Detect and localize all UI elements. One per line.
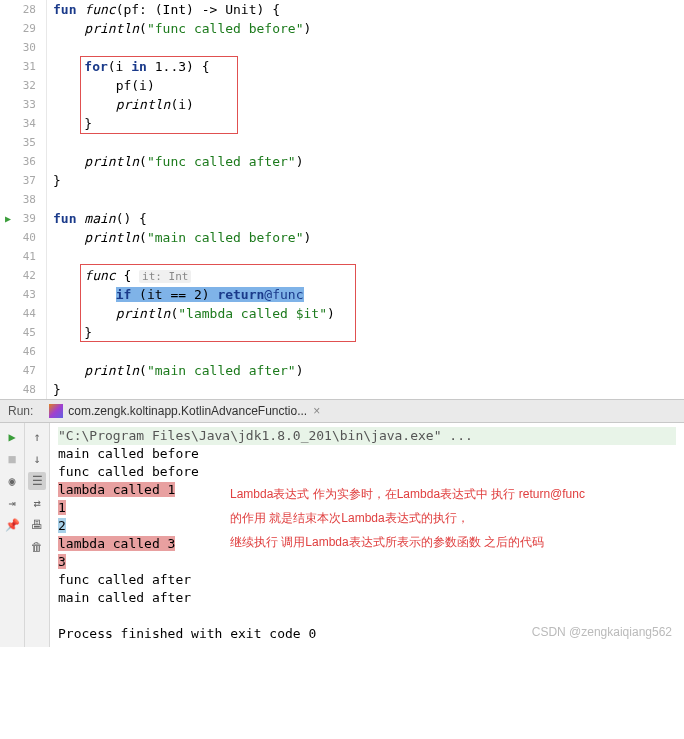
- stop-icon[interactable]: ■: [3, 450, 21, 468]
- run-label: Run:: [0, 404, 41, 418]
- code-content[interactable]: fun func(pf: (Int) -> Unit) { println("f…: [47, 0, 684, 399]
- output-line: func called after: [58, 571, 676, 589]
- print-icon[interactable]: 🖶: [28, 516, 46, 534]
- run-config-tab[interactable]: com.zengk.koltinapp.KotlinAdvanceFunctio…: [41, 399, 328, 423]
- trash-icon[interactable]: 🗑: [28, 538, 46, 556]
- down-icon[interactable]: ↓: [28, 450, 46, 468]
- code-editor[interactable]: 28 29 30 31 32 33 34 35 36 37 38 ▶39 40 …: [0, 0, 684, 399]
- scroll-icon[interactable]: ⇄: [28, 494, 46, 512]
- output-line-highlight: 2: [58, 518, 66, 533]
- watermark: CSDN @zengkaiqiang562: [532, 623, 672, 641]
- pin-icon[interactable]: 📌: [3, 516, 21, 534]
- annotation-text: 的作用 就是结束本次Lambda表达式的执行，: [230, 509, 469, 527]
- wrap-icon[interactable]: ☰: [28, 472, 46, 490]
- console-panel: ▶ ■ ◉ ⇥ 📌 ↑ ↓ ☰ ⇄ 🖶 🗑 "C:\Program Files\…: [0, 423, 684, 647]
- output-line: main called before: [58, 445, 676, 463]
- line-gutter: 28 29 30 31 32 33 34 35 36 37 38 ▶39 40 …: [0, 0, 47, 399]
- kotlin-icon: [49, 404, 63, 418]
- run-toolbar: Run: com.zengk.koltinapp.KotlinAdvanceFu…: [0, 399, 684, 423]
- output-line: func called before: [58, 463, 676, 481]
- rerun-icon[interactable]: ▶: [3, 428, 21, 446]
- output-line-highlight: 1: [58, 500, 66, 515]
- output-line-highlight: 3: [58, 554, 66, 569]
- camera-icon[interactable]: ◉: [3, 472, 21, 490]
- run-gutter-icon[interactable]: ▶: [5, 209, 11, 228]
- exit-icon[interactable]: ⇥: [3, 494, 21, 512]
- up-icon[interactable]: ↑: [28, 428, 46, 446]
- annotation-text: Lambda表达式 作为实参时，在Lambda表达式中 执行 return@fu…: [230, 485, 585, 503]
- output-line-highlight: lambda called 3: [58, 536, 175, 551]
- console-toolbar-right: ↑ ↓ ☰ ⇄ 🖶 🗑: [25, 423, 50, 647]
- close-icon[interactable]: ×: [313, 404, 320, 418]
- command-line: "C:\Program Files\Java\jdk1.8.0_201\bin\…: [58, 427, 676, 445]
- console-toolbar-left: ▶ ■ ◉ ⇥ 📌: [0, 423, 25, 647]
- param-hint: it: Int: [139, 270, 191, 283]
- output-line-highlight: lambda called 1: [58, 482, 175, 497]
- annotation-text: 继续执行 调用Lambda表达式所表示的参数函数 之后的代码: [230, 533, 544, 551]
- console-output[interactable]: "C:\Program Files\Java\jdk1.8.0_201\bin\…: [50, 423, 684, 647]
- output-line: main called after: [58, 589, 676, 607]
